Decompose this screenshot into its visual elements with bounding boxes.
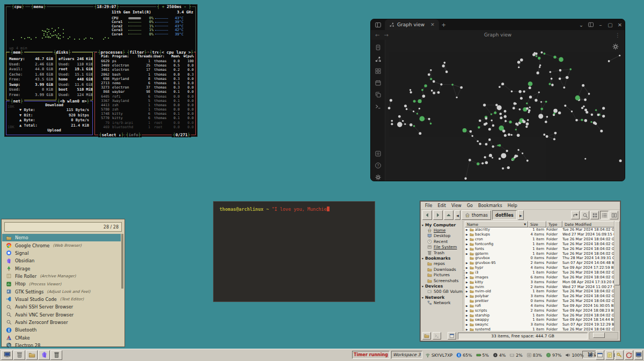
list-view-button[interactable]: [600, 211, 609, 219]
tray-battery-module[interactable]: 5%: [476, 352, 489, 358]
taskbar-launcher-trash[interactable]: [13, 350, 25, 360]
process-row[interactable]: 3461electron17thomas0.20.0: [97, 68, 194, 72]
column-header-date[interactable]: Date Modified: [562, 221, 614, 227]
menu-go[interactable]: Go: [465, 203, 475, 208]
launcher-item-cmake[interactable]: CMake: [2, 334, 121, 341]
sidebar-section-my-computer[interactable]: ▾My Computer: [421, 222, 463, 227]
dual-pane-button[interactable]: [610, 211, 618, 219]
terminal-window[interactable]: thomas@archlinux ~ "I love you, Munchie: [213, 201, 375, 302]
vertical-scrollbar[interactable]: [614, 221, 620, 331]
column-header-name[interactable]: Name▼: [465, 221, 528, 227]
tab-graph-view[interactable]: Graph view ✕: [385, 19, 439, 30]
search-button[interactable]: [581, 211, 589, 219]
file-row[interactable]: ▶swappy1 itemFolderTue 09 Apr 2024 18:14…: [465, 318, 614, 322]
launcher-item-bluetooth[interactable]: Bluetooth: [2, 326, 121, 334]
process-row[interactable]: 5770kitty6thomas0.10.0: [97, 116, 194, 120]
graph-settings-gear-icon[interactable]: [612, 43, 619, 50]
sidebar-item-home[interactable]: Home: [421, 227, 463, 233]
file-row[interactable]: gruvbox0 itemsFolderThu 28 Mar 2024 14:3…: [465, 256, 614, 261]
file-row[interactable]: ▶fonts1 itemFolderTue 26 Mar 2024 18:04:…: [465, 246, 614, 251]
file-row[interactable]: ▶starship1 itemFolderTue 26 Mar 2024 18:…: [465, 313, 614, 318]
maximize-button[interactable]: ▢: [605, 22, 615, 28]
launcher-item-obsidian[interactable]: Obsidian: [2, 257, 121, 264]
sidebar-item-desktop[interactable]: Desktop: [421, 233, 463, 239]
tray-memory-module[interactable]: 2%: [509, 352, 522, 358]
file-row[interactable]: ▶backups4 itemsFolderWed 27 Mar 2024 16:…: [465, 232, 614, 237]
process-row[interactable]: 1748kitty6thomas0.10.0: [97, 112, 194, 116]
sidebar-section-devices[interactable]: ▾Devices: [421, 283, 463, 289]
process-row[interactable]: 4413zsh1thomas0.00.0: [97, 103, 194, 107]
vault-switcher-icon[interactable]: [375, 150, 382, 157]
process-row[interactable]: 868waybar98thomas0.10.0: [97, 90, 194, 94]
close-tab-icon[interactable]: ✕: [430, 22, 435, 27]
tray-globe-module[interactable]: 97%: [546, 352, 561, 358]
file-manager-window[interactable]: FileEditViewGoBookmarksHelp ◀ thomas dot…: [420, 201, 620, 341]
taskbar-tool-window[interactable]: [596, 350, 604, 360]
launcher-item-avahi-vnc-server-browser[interactable]: Avahi VNC Server Browser: [2, 311, 121, 318]
forward-button[interactable]: [433, 210, 443, 220]
graph-view-icon[interactable]: [375, 56, 382, 63]
launcher-item-electron-28[interactable]: Electron 28: [2, 342, 121, 349]
launcher-item-gtk-settings[interactable]: GTK Settings(Adjust Look and Feel): [2, 288, 121, 295]
file-row[interactable]: ▶cron1 itemFolderTue 26 Mar 2024 18:04:0…: [465, 237, 614, 242]
file-row[interactable]: ▶i31 itemFolderTue 26 Mar 2024 18:04:02 …: [465, 270, 614, 275]
sidebar-item-recent[interactable]: Recent: [421, 239, 463, 244]
launcher-scrollbar[interactable]: [121, 234, 123, 344]
process-row[interactable]: 3273electron37thomas0.30.0: [97, 85, 194, 90]
close-window-button[interactable]: ✕: [615, 22, 625, 28]
taskbar-tool-refresh[interactable]: [625, 350, 633, 360]
templates-icon[interactable]: [375, 91, 382, 98]
process-row[interactable]: 3367Xwayland5thomas0.10.0: [97, 99, 194, 103]
file-row[interactable]: ▶gpterm1 itemFolderTue 26 Mar 2024 18:04…: [465, 251, 614, 256]
settings-icon[interactable]: [375, 174, 382, 181]
file-row[interactable]: ▶rofi4 itemsFolderTue 09 Apr 2024 16:30:…: [465, 304, 614, 308]
refresh-interval-control[interactable]: ┤ + 2500ms - ├: [156, 4, 192, 9]
file-row[interactable]: prettier0 itemsFolderTue 26 Mar 2024 18:…: [465, 299, 614, 304]
sidebar-item-trash[interactable]: Trash: [421, 250, 463, 255]
file-row[interactable]: ▶images6 itemsFolderTue 26 Mar 2024 18:0…: [465, 275, 614, 279]
file-row[interactable]: ▶alacritty1 itemFolderTue 26 Mar 2024 18…: [465, 227, 614, 232]
gear-icon[interactable]: [612, 43, 619, 50]
taskbar-launcher-monitor[interactable]: [1, 350, 13, 360]
taskbar-tool-note[interactable]: [605, 350, 614, 360]
sidebar-item-screenshots[interactable]: Screenshots: [421, 278, 463, 283]
file-row[interactable]: ▶nvim-old1 itemFolderTue 26 Mar 2024 18:…: [465, 289, 614, 294]
launcher-item-google-chrome[interactable]: Google Chrome(Web Browser): [2, 241, 121, 249]
file-row[interactable]: ▶polybar3 itemsFolderTue 26 Mar 2024 18:…: [465, 294, 614, 299]
file-row[interactable]: ▶systemd1 itemFolderTue 26 Mar 2024 18:0…: [465, 327, 614, 331]
process-row[interactable]: 469bluetoothd1root0.00.0: [97, 125, 194, 129]
process-row[interactable]: 79irq/9-acpi1root0.00.0: [97, 121, 194, 125]
process-row[interactable]: 2713nemo6thomas0.10.0: [97, 81, 194, 85]
taskbar-tool-keys[interactable]: [615, 350, 624, 360]
minimize-button[interactable]: –: [596, 22, 605, 28]
process-row[interactable]: 5780zsh1thomas0.00.0: [97, 107, 194, 112]
tab-scroll-right-button[interactable]: ▶: [518, 210, 524, 220]
sidebar-icon[interactable]: [375, 21, 382, 28]
sidebar-item-500-gb-volume[interactable]: 500 GB Volume: [421, 289, 463, 294]
terminal-icon[interactable]: [375, 103, 382, 110]
menu-file[interactable]: File: [423, 203, 434, 208]
horizontal-scrollbar[interactable]: [589, 332, 618, 340]
tray-wifi-module[interactable]: SKYVL7XP: [425, 352, 452, 358]
file-row[interactable]: ▶hypr4 itemsFolderTue 09 Apr 2024 17:22:…: [465, 266, 614, 270]
daily-note-icon[interactable]: [375, 79, 382, 86]
file-row[interactable]: ▶fontconfig1 itemFolderTue 26 Mar 2024 1…: [465, 242, 614, 247]
system-monitor-window[interactable]: ┤cpu├ ┤menu├ ┤18:29:07├ ┤ + 2500ms - ├ 1…: [4, 4, 197, 137]
column-header-type[interactable]: Type: [546, 221, 562, 227]
side-pane-toggle-button[interactable]: [422, 332, 431, 340]
sidebar-item-repos[interactable]: repos: [421, 261, 463, 267]
launcher-item-nemo[interactable]: Nemo: [2, 234, 121, 241]
file-row[interactable]: ▶nvim2 itemsFolderWed 27 Mar 2024 11:00:…: [465, 284, 614, 289]
tray-disk-module[interactable]: 83%: [526, 352, 542, 358]
sidebar-toggle-icon[interactable]: [375, 21, 382, 28]
app-launcher[interactable]: 28 / 28 NemoGoogle Chrome(Web Browser)Si…: [1, 219, 125, 347]
launcher-item-avahi-ssh-server-browser[interactable]: Avahi SSH Server Browser: [2, 303, 121, 311]
sidebar-item-file-system[interactable]: File System: [421, 245, 463, 250]
sidebar-icon[interactable]: [588, 21, 594, 28]
terminal-toggle-button[interactable]: [433, 332, 441, 340]
tray-bluetooth-module[interactable]: 65%: [456, 352, 472, 358]
path-button-parent[interactable]: thomas: [462, 210, 491, 220]
menu-bookmarks[interactable]: Bookmarks: [476, 203, 504, 208]
back-button[interactable]: [422, 210, 432, 220]
taskbar-launcher-folder[interactable]: [26, 350, 38, 360]
